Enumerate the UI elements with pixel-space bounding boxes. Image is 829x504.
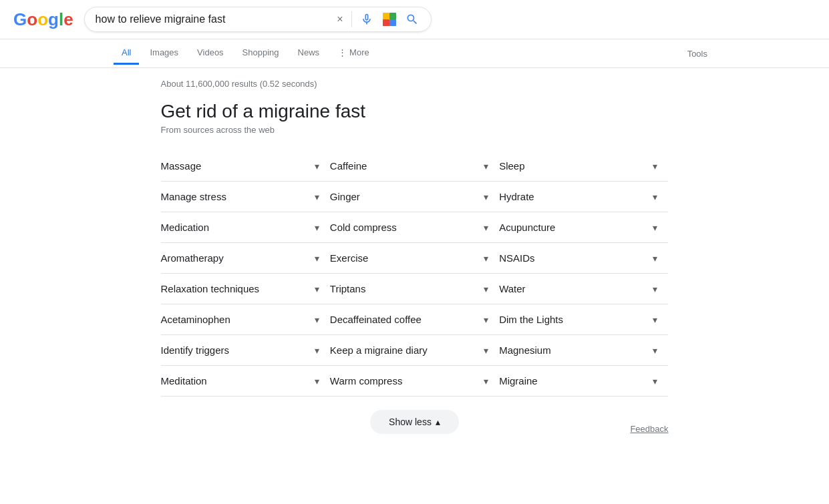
item-label: Acetaminophen xyxy=(161,314,230,325)
chevron-down-icon: ▾ xyxy=(315,314,319,325)
results-count: About 11,600,000 results (0.52 seconds) xyxy=(161,79,669,89)
chevron-down-icon: ▾ xyxy=(315,161,319,172)
tab-more[interactable]: ⋮ More xyxy=(330,42,377,65)
item-label: Relaxation techniques xyxy=(161,283,260,294)
show-less-container: Show less ▴ Feedback xyxy=(161,410,669,447)
item-label: Water xyxy=(499,283,525,294)
list-item[interactable]: Exercise▾ xyxy=(330,243,499,274)
list-item[interactable]: Migraine▾ xyxy=(499,366,668,397)
chevron-down-icon: ▾ xyxy=(653,314,657,325)
chevron-down-icon: ▾ xyxy=(484,314,488,325)
item-label: Hydrate xyxy=(499,191,534,202)
chevron-down-icon: ▾ xyxy=(484,253,488,264)
list-item[interactable]: Magnesium▾ xyxy=(499,335,668,366)
chevron-down-icon: ▾ xyxy=(484,222,488,233)
grid-column-1: Massage▾Manage stress▾Medication▾Aromath… xyxy=(161,151,330,397)
list-item[interactable]: Meditation▾ xyxy=(161,366,330,397)
chevron-down-icon: ▾ xyxy=(315,284,319,294)
search-input[interactable] xyxy=(96,13,331,25)
chevron-down-icon: ▾ xyxy=(484,192,488,202)
list-item[interactable]: Manage stress▾ xyxy=(161,182,330,212)
list-item[interactable]: Ginger▾ xyxy=(330,182,499,212)
svg-rect-3 xyxy=(389,13,396,19)
chevron-down-icon: ▾ xyxy=(484,376,488,387)
tab-all[interactable]: All xyxy=(114,42,139,65)
list-item[interactable]: Acetaminophen▾ xyxy=(161,304,330,335)
list-item[interactable]: Acupuncture▾ xyxy=(499,212,668,243)
chevron-down-icon: ▾ xyxy=(653,222,657,233)
list-item[interactable]: Massage▾ xyxy=(161,151,330,182)
list-item[interactable]: Relaxation techniques▾ xyxy=(161,274,330,304)
list-item[interactable]: NSAIDs▾ xyxy=(499,243,668,274)
list-item[interactable]: Identify triggers▾ xyxy=(161,335,330,366)
chevron-down-icon: ▾ xyxy=(315,222,319,233)
chevron-down-icon: ▾ xyxy=(653,192,657,202)
item-label: Medication xyxy=(161,222,210,233)
feedback-link[interactable]: Feedback xyxy=(630,424,668,434)
item-label: Sleep xyxy=(499,160,524,172)
chevron-up-icon: ▴ xyxy=(436,417,440,427)
item-label: Identify triggers xyxy=(161,344,230,356)
tab-images[interactable]: Images xyxy=(142,42,186,65)
chevron-down-icon: ▾ xyxy=(484,345,488,356)
tab-shopping[interactable]: Shopping xyxy=(234,42,287,65)
item-label: Manage stress xyxy=(161,191,226,202)
item-label: Massage xyxy=(161,160,202,172)
list-item[interactable]: Cold compress▾ xyxy=(330,212,499,243)
item-label: Meditation xyxy=(161,375,207,387)
item-label: Cold compress xyxy=(330,222,397,233)
list-item[interactable]: Warm compress▾ xyxy=(330,366,499,397)
chevron-down-icon: ▾ xyxy=(315,192,319,202)
list-item[interactable]: Caffeine▾ xyxy=(330,151,499,182)
page-title: Get rid of a migraine fast xyxy=(161,101,669,122)
chevron-down-icon: ▾ xyxy=(484,284,488,294)
tab-videos[interactable]: Videos xyxy=(189,42,232,65)
item-label: Warm compress xyxy=(330,375,403,387)
item-label: Decaffeinated coffee xyxy=(330,314,422,325)
nav-tabs-container: All Images Videos Shopping News ⋮ More T… xyxy=(0,39,829,68)
chevron-down-icon: ▾ xyxy=(315,345,319,356)
chevron-down-icon: ▾ xyxy=(653,161,657,172)
voice-search-button[interactable] xyxy=(359,11,375,27)
list-item[interactable]: Dim the Lights▾ xyxy=(499,304,668,335)
results-subtitle: From sources across the web xyxy=(161,125,669,135)
show-less-button[interactable]: Show less ▴ xyxy=(370,410,459,434)
items-grid: Massage▾Manage stress▾Medication▾Aromath… xyxy=(161,151,669,397)
grid-column-2: Caffeine▾Ginger▾Cold compress▾Exercise▾T… xyxy=(330,151,499,397)
list-item[interactable]: Sleep▾ xyxy=(499,151,668,182)
item-label: Keep a migraine diary xyxy=(330,344,428,356)
item-label: Exercise xyxy=(330,252,369,264)
image-search-button[interactable] xyxy=(381,11,397,27)
item-label: Magnesium xyxy=(499,344,551,356)
show-less-label: Show less xyxy=(389,417,432,427)
item-label: Migraine xyxy=(499,375,538,387)
tab-news[interactable]: News xyxy=(290,42,328,65)
search-button[interactable] xyxy=(404,11,420,27)
list-item[interactable]: Keep a migraine diary▾ xyxy=(330,335,499,366)
item-label: Triptans xyxy=(330,283,366,294)
svg-rect-2 xyxy=(383,13,389,19)
item-label: Acupuncture xyxy=(499,222,555,233)
list-item[interactable]: Aromatherapy▾ xyxy=(161,243,330,274)
chevron-down-icon: ▾ xyxy=(484,161,488,172)
list-item[interactable]: Hydrate▾ xyxy=(499,182,668,212)
chevron-down-icon: ▾ xyxy=(653,253,657,264)
item-label: Dim the Lights xyxy=(499,314,563,325)
google-logo[interactable]: Google xyxy=(13,9,73,30)
list-item[interactable]: Medication▾ xyxy=(161,212,330,243)
tools-button[interactable]: Tools xyxy=(679,43,715,64)
search-bar: × xyxy=(84,7,432,32)
lens-icon xyxy=(383,13,396,26)
list-item[interactable]: Water▾ xyxy=(499,274,668,304)
svg-rect-0 xyxy=(383,19,389,26)
search-icon xyxy=(405,13,419,26)
clear-button[interactable]: × xyxy=(335,12,344,27)
item-label: Caffeine xyxy=(330,160,367,172)
main-content: About 11,600,000 results (0.52 seconds) … xyxy=(47,68,782,458)
chevron-down-icon: ▾ xyxy=(653,345,657,356)
item-label: Aromatherapy xyxy=(161,252,224,264)
chevron-down-icon: ▾ xyxy=(315,253,319,264)
list-item[interactable]: Decaffeinated coffee▾ xyxy=(330,304,499,335)
svg-rect-1 xyxy=(389,19,396,26)
list-item[interactable]: Triptans▾ xyxy=(330,274,499,304)
